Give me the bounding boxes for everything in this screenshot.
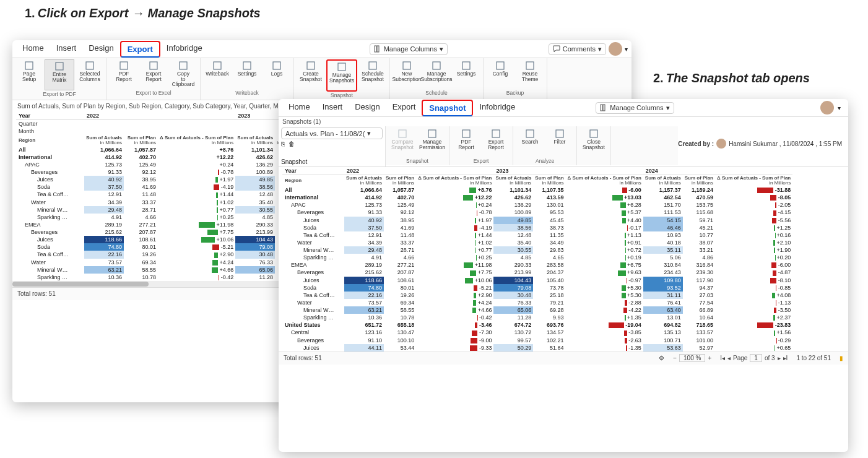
ribbon-create-snapshot[interactable]: CreateSnapshot xyxy=(297,59,325,89)
zoom-control[interactable]: −100 %+ xyxy=(673,354,711,362)
table-row[interactable]: International414.92402.70 +12.22426.6241… xyxy=(282,194,792,201)
ribbon-selected-columns[interactable]: SelectedColumns xyxy=(76,59,104,89)
ribbon-logs[interactable]: Logs xyxy=(263,59,291,89)
table-row[interactable]: Water73.5769.34 +4.2476.33 xyxy=(16,259,300,266)
copy-icon[interactable]: ⎘ xyxy=(281,140,285,147)
table-row[interactable]: Mineral W…29.4828.71 +0.7730.5529.83 +0.… xyxy=(282,246,792,254)
table-row[interactable]: Beverages91.3392.12 -0.78100.8995.53 +5.… xyxy=(282,209,792,216)
svg-rect-19 xyxy=(601,105,602,111)
table-row[interactable]: Soda37.5041.69 -4.1938.56 xyxy=(16,183,300,191)
table-row[interactable]: Juices40.9238.95 +1.9749.8545.45 +4.4054… xyxy=(282,217,792,224)
ribbon-filter[interactable]: Filter xyxy=(545,127,574,157)
table-row[interactable]: Sparkling …4.914.66 +0.254.85 xyxy=(16,214,300,221)
table-row[interactable]: Central123.16130.47 -7.30130.72134.57 -3… xyxy=(282,329,792,336)
table-row[interactable]: Tea & Coff…22.1619.26 +2.9030.48 xyxy=(16,251,300,258)
menu-design[interactable]: Design xyxy=(349,100,386,116)
table-row[interactable]: EMEA289.19277.21 +11.98290.33283.58 +6.7… xyxy=(282,261,792,269)
menu-home[interactable]: Home xyxy=(282,100,316,116)
ribbon-settings[interactable]: Settings xyxy=(233,59,261,89)
ribbon-export-report[interactable]: ExportReport xyxy=(139,59,168,89)
table-row[interactable]: All1,066.641,057.87+8.761,101.341, xyxy=(16,146,300,153)
ribbon-pdf-report[interactable]: PDFReport xyxy=(452,127,480,157)
table-row[interactable]: Beverages215.62207.87 +7.75213.99 xyxy=(16,228,300,236)
table-row[interactable]: Sparkling …4.914.66 +0.254.854.65 +0.195… xyxy=(282,254,792,261)
menu-design[interactable]: Design xyxy=(82,41,119,58)
ribbon-compare-snapshot: CompareSnapshot xyxy=(388,127,417,157)
manage-columns-dropdown[interactable]: Manage Columns▾ xyxy=(596,102,674,114)
menu-home[interactable]: Home xyxy=(16,41,50,58)
table-row[interactable]: Soda74.8080.01 -5.2179.0873.78 +5.3093.5… xyxy=(282,284,792,292)
table-row[interactable]: Beverages91.10100.10 -9.0099.57102.21 -2… xyxy=(282,337,792,344)
ribbon-close-snapshot[interactable]: CloseSnapshot xyxy=(579,127,608,157)
ribbon-config[interactable]: Config xyxy=(486,59,514,89)
pivot-table[interactable]: Year202220232024RegionSum of Actualsin M… xyxy=(282,167,792,352)
ribbon-pdf-report[interactable]: PDFReport xyxy=(110,59,138,89)
table-row[interactable]: Mineral W…63.2158.55 +4.6665.0669.28 -4.… xyxy=(282,306,792,314)
table-row[interactable]: Soda37.5041.69 -4.1938.5638.73 -0.1746.4… xyxy=(282,224,792,231)
table-row[interactable]: APAC125.73125.49 +0.24136.29130.01 +6.28… xyxy=(282,201,792,209)
manage-columns-dropdown[interactable]: Manage Columns▾ xyxy=(370,43,448,55)
ribbon-settings[interactable]: Settings xyxy=(452,59,480,89)
avatar[interactable] xyxy=(609,42,622,56)
table-row[interactable]: Juices118.66108.61 +10.06104.43 xyxy=(16,236,300,243)
chevron-down-icon[interactable]: ▾ xyxy=(838,105,841,111)
table-row[interactable]: Tea & Coff…12.9111.48 +1.4412.48 xyxy=(16,191,300,198)
menu-export[interactable]: Export xyxy=(120,41,160,58)
table-row[interactable]: All1,066.641,057.87 +8.761,101.341,107.3… xyxy=(282,186,792,194)
table-row[interactable]: Soda74.8080.01 -5.2179.08 xyxy=(16,243,300,251)
table-row[interactable]: Sparkling …10.3610.78 -0.4211.289.93 +1.… xyxy=(282,314,792,321)
ribbon-copy-to-clipboard[interactable]: Copyto Clipboard xyxy=(169,59,197,89)
svg-rect-1 xyxy=(377,46,379,52)
delete-icon[interactable]: 🗑 xyxy=(289,140,295,147)
pager[interactable]: I◂◂ Page 1 of 3 ▸▸I xyxy=(720,354,788,362)
chevron-down-icon[interactable]: ▾ xyxy=(625,46,628,53)
table-row[interactable]: Juices44.1153.44 -9.3350.2951.64 -1.3553… xyxy=(282,344,792,352)
ribbon-manage-snapshots[interactable]: ManageSnapshots xyxy=(326,59,357,92)
ribbon-manage-permission[interactable]: ManagePermission xyxy=(418,127,446,157)
table-row[interactable]: United States651.72655.18 -3.46674.72693… xyxy=(282,321,792,329)
menu-insert[interactable]: Insert xyxy=(316,100,349,116)
table-row[interactable]: Juices40.9238.95 +1.9749.85 xyxy=(16,176,300,183)
svg-rect-18 xyxy=(526,62,534,69)
menu-export[interactable]: Export xyxy=(386,100,422,116)
ribbon-icon xyxy=(306,61,316,71)
svg-rect-16 xyxy=(462,62,470,69)
table-row[interactable]: Juices118.66108.61 +10.06104.43105.40 -0… xyxy=(282,277,792,284)
comments-dropdown[interactable]: Comments▾ xyxy=(549,43,606,55)
pivot-table[interactable]: Year20222023QuarterMonthRegionSum of Act… xyxy=(16,112,300,281)
table-row[interactable]: Beverages91.3392.12 -0.78100.89 xyxy=(16,168,300,176)
window-snapshot: HomeInsertDesignExportSnapshotInfobridge… xyxy=(279,99,848,452)
menu-snapshot[interactable]: Snapshot xyxy=(422,100,473,116)
svg-rect-13 xyxy=(369,62,376,69)
ribbon-reuse-theme[interactable]: ReuseTheme xyxy=(516,59,544,89)
avatar[interactable] xyxy=(820,101,834,114)
table-row[interactable]: Sparkling …10.3610.78 -0.4211.28 xyxy=(16,274,300,281)
table-row[interactable]: International414.92402.70+12.22426.62 xyxy=(16,153,300,161)
menu-infobridge[interactable]: Infobridge xyxy=(473,100,521,116)
table-row[interactable]: Tea & Coff…12.9111.48 +1.4412.4811.35 +1… xyxy=(282,231,792,239)
table-row[interactable]: Tea & Coff…22.1619.26 +2.9030.4825.18 +5… xyxy=(282,292,792,299)
table-row[interactable]: EMEA289.19277.21 +11.98290.33 xyxy=(16,221,300,228)
gear-icon[interactable]: ⚙ xyxy=(659,355,664,361)
ribbon-new-subscription[interactable]: NewSubscription xyxy=(393,59,421,89)
table-row[interactable]: APAC125.73125.49+0.24136.29 xyxy=(16,161,300,168)
table-row[interactable]: Water73.5769.34 +4.2476.3379.21 -2.8876.… xyxy=(282,299,792,306)
ribbon-writeback[interactable]: Writeback xyxy=(203,59,232,89)
table-row[interactable]: Mineral W…29.4828.71 +0.7730.55 xyxy=(16,206,300,214)
menu-insert[interactable]: Insert xyxy=(50,41,83,58)
ribbon-search[interactable]: Search xyxy=(516,127,544,157)
ribbon-page-setup[interactable]: PageSetup xyxy=(15,59,43,89)
table-row[interactable]: Beverages215.62207.87 +7.75213.99204.37 … xyxy=(282,269,792,276)
table-row[interactable]: Mineral W…63.2158.55 +4.6665.06 xyxy=(16,266,300,274)
ribbon-schedule-snapshot[interactable]: ScheduleSnapshot xyxy=(358,59,387,89)
chart-icon[interactable]: ▮ xyxy=(840,355,843,361)
svg-rect-23 xyxy=(462,130,470,137)
table-row[interactable]: Water34.3933.37 +1.0235.4034.49 +0.9140.… xyxy=(282,239,792,246)
snapshot-select[interactable]: Actuals vs. Plan - 11/08/2(▾ xyxy=(281,127,383,139)
table-row[interactable]: Water34.3933.37 +1.0235.40 xyxy=(16,199,300,206)
menu-infobridge[interactable]: Infobridge xyxy=(160,41,209,58)
ribbon-entire-matrix[interactable]: EntireMatrix xyxy=(45,59,74,90)
ribbon-export-report[interactable]: ExportReport xyxy=(482,127,510,157)
svg-rect-11 xyxy=(307,62,315,69)
ribbon-manage-subscriptions[interactable]: ManageSubscriptions xyxy=(422,59,451,89)
